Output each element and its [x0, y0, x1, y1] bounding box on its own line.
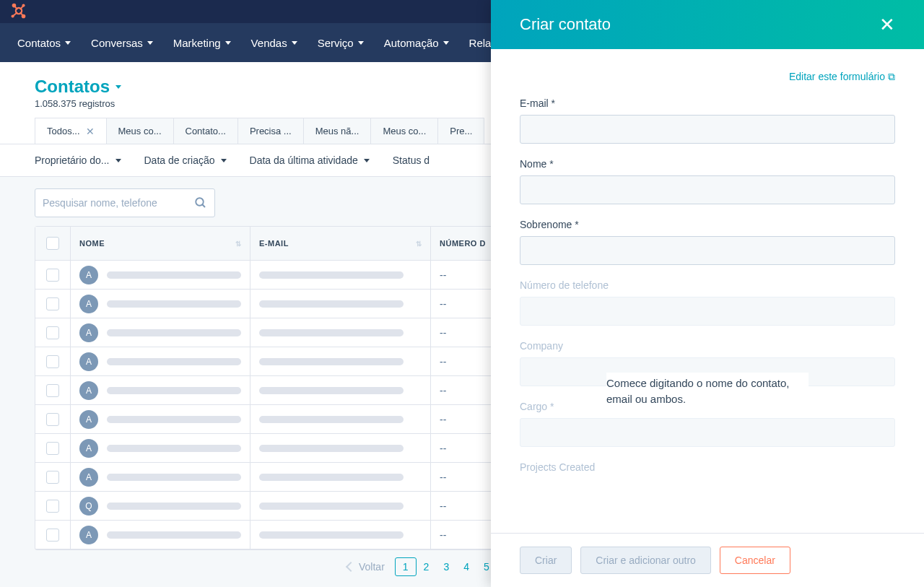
name-placeholder: [107, 416, 241, 423]
field-projects: Projects Created: [520, 461, 895, 473]
filter-create-date[interactable]: Data de criação: [144, 155, 227, 166]
svg-line-8: [13, 12, 18, 17]
name-placeholder: [107, 329, 241, 336]
email-placeholder: [259, 271, 404, 279]
row-checkbox[interactable]: [46, 500, 59, 513]
pagination-page[interactable]: 4: [456, 558, 476, 575]
name-placeholder: [107, 271, 241, 279]
chevron-down-icon: [116, 85, 121, 89]
view-tab[interactable]: Todos...✕: [35, 118, 107, 144]
panel-header: Criar contato ✕: [491, 0, 924, 49]
pagination-page[interactable]: 1: [395, 557, 417, 576]
view-tab[interactable]: Precisa ...: [238, 118, 304, 144]
nav-servico[interactable]: Serviço: [318, 37, 364, 49]
pagination-page[interactable]: 2: [417, 558, 437, 575]
view-tab[interactable]: Pre...: [438, 118, 484, 144]
column-name[interactable]: NOME⇅: [70, 227, 250, 260]
close-icon[interactable]: ✕: [879, 14, 895, 36]
nav-conversas[interactable]: Conversas: [91, 37, 153, 49]
chevron-down-icon: [225, 41, 231, 45]
nav-contatos[interactable]: Contatos: [17, 37, 71, 49]
cargo-input[interactable]: [520, 418, 895, 447]
field-label: Sobrenome *: [520, 219, 895, 230]
field-telefone: Número de telefone: [520, 279, 895, 326]
view-tab[interactable]: Contato...: [174, 118, 238, 144]
pagination-prev[interactable]: Voltar: [347, 561, 385, 573]
name-placeholder: [107, 445, 241, 452]
nav-vendas[interactable]: Vendas: [251, 37, 297, 49]
name-placeholder: [107, 358, 241, 365]
panel-body: Editar este formulário⧉ E-mail * Nome * …: [491, 49, 924, 533]
chevron-down-icon: [443, 41, 449, 45]
nav-automacao[interactable]: Automação: [384, 37, 449, 49]
row-checkbox[interactable]: [46, 355, 59, 368]
name-placeholder: [107, 474, 241, 481]
chevron-down-icon: [364, 159, 370, 162]
cancel-button[interactable]: Cancelar: [720, 547, 790, 574]
sort-icon: ⇅: [235, 240, 242, 248]
nav-marketing[interactable]: Marketing: [173, 37, 231, 49]
avatar: A: [79, 381, 98, 400]
email-placeholder: [259, 503, 404, 510]
page-title-dropdown[interactable]: Contatos: [35, 77, 121, 97]
view-tab[interactable]: Meus nã...: [304, 118, 372, 144]
email-placeholder: [259, 531, 404, 539]
email-placeholder: [259, 300, 404, 308]
filter-last-activity[interactable]: Data da última atividade: [250, 155, 370, 166]
email-placeholder: [259, 329, 404, 336]
svg-line-10: [202, 204, 205, 207]
row-checkbox[interactable]: [46, 413, 59, 426]
row-checkbox[interactable]: [46, 471, 59, 484]
hubspot-logo-icon: [9, 1, 29, 22]
field-label: Nome *: [520, 158, 895, 170]
select-all-checkbox[interactable]: [46, 237, 59, 250]
sobrenome-input[interactable]: [520, 236, 895, 265]
field-label: Número de telefone: [520, 279, 895, 291]
row-checkbox[interactable]: [46, 384, 59, 397]
chevron-down-icon: [292, 41, 297, 45]
row-checkbox[interactable]: [46, 326, 59, 339]
field-email: E-mail *: [520, 97, 895, 144]
email-placeholder: [259, 474, 404, 481]
panel-title: Criar contato: [520, 15, 611, 34]
create-another-button[interactable]: Criar e adicionar outro: [580, 547, 711, 574]
pagination-page[interactable]: 3: [436, 558, 456, 575]
email-placeholder: [259, 416, 404, 423]
row-checkbox[interactable]: [46, 297, 59, 310]
field-sobrenome: Sobrenome *: [520, 219, 895, 265]
svg-point-9: [196, 198, 204, 206]
search-icon: [194, 196, 207, 209]
close-icon[interactable]: ✕: [86, 126, 95, 136]
sort-icon: ⇅: [416, 240, 422, 248]
edit-form-link[interactable]: Editar este formulário⧉: [520, 71, 895, 83]
avatar: A: [79, 439, 98, 458]
avatar: A: [79, 468, 98, 487]
view-tab[interactable]: Meus co...: [107, 118, 174, 144]
field-nome: Nome *: [520, 158, 895, 204]
chevron-down-icon: [65, 41, 71, 45]
avatar: A: [79, 526, 98, 544]
search-input[interactable]: [43, 197, 194, 209]
column-email[interactable]: E-MAIL⇅: [250, 227, 431, 260]
name-placeholder: [107, 503, 241, 510]
field-label: Projects Created: [520, 461, 895, 473]
search-input-wrap: [35, 188, 215, 217]
email-placeholder: [259, 387, 404, 394]
filter-status[interactable]: Status d: [393, 155, 430, 166]
row-checkbox[interactable]: [46, 442, 59, 455]
email-placeholder: [259, 445, 404, 452]
name-placeholder: [107, 387, 241, 394]
name-placeholder: [107, 300, 241, 308]
filter-owner[interactable]: Proprietário do...: [35, 155, 121, 166]
email-placeholder: [259, 358, 404, 365]
row-checkbox[interactable]: [46, 529, 59, 542]
row-checkbox[interactable]: [46, 269, 59, 282]
chevron-down-icon: [221, 159, 227, 162]
create-button[interactable]: Criar: [520, 547, 572, 574]
avatar: A: [79, 295, 98, 313]
email-input[interactable]: [520, 115, 895, 144]
nome-input[interactable]: [520, 175, 895, 204]
telefone-input[interactable]: [520, 297, 895, 326]
view-tab[interactable]: Meus co...: [371, 118, 438, 144]
name-placeholder: [107, 531, 241, 539]
